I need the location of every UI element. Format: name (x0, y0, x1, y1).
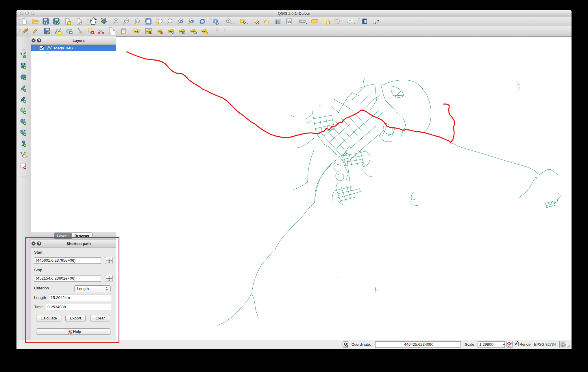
svg-text:?: ? (377, 19, 379, 24)
svg-text:ε: ε (264, 18, 266, 24)
svg-text:1:1: 1:1 (136, 20, 138, 22)
svg-text:T: T (349, 19, 351, 23)
svg-text:ab: ab (158, 30, 161, 33)
svg-text:?: ? (365, 20, 366, 23)
